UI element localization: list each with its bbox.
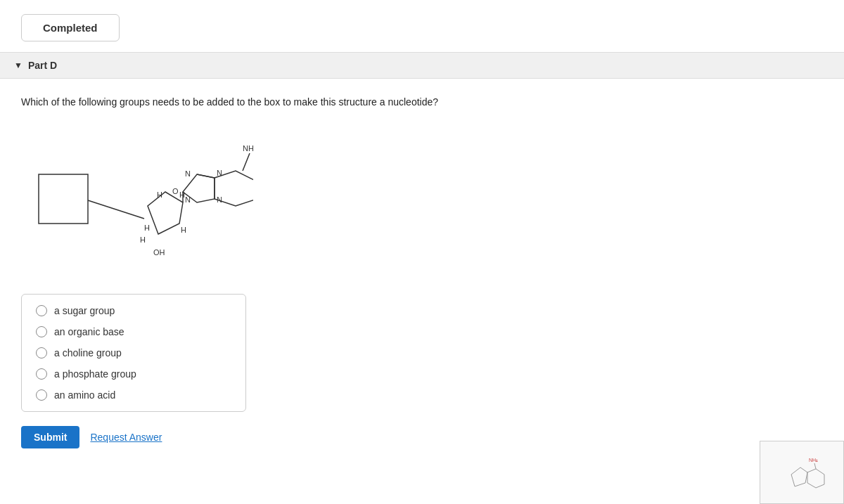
svg-text:NH₂: NH₂ [809,458,818,463]
completed-label: Completed [43,22,98,34]
choice-phosphate-group[interactable]: a phosphate group [36,368,231,380]
choice-choline-group[interactable]: a choline group [36,347,231,358]
choice-organic-base[interactable]: an organic base [36,326,231,337]
svg-line-2 [88,200,144,219]
thumbnail-inner: NH₂ [760,441,843,503]
question-text: Which of the following groups needs to b… [21,96,823,108]
svg-line-17 [243,153,250,171]
answer-choices-box: a sugar group an organic base a choline … [21,294,246,412]
svg-rect-0 [39,174,88,224]
radio-sugar-group[interactable] [36,305,47,316]
svg-text:NH: NH [243,144,253,153]
molecule-diagram: H H H H H OH O N N N [35,122,253,276]
svg-text:OH: OH [153,248,165,257]
svg-text:H: H [140,235,146,244]
radio-phosphate-group[interactable] [36,368,47,380]
submit-button[interactable]: Submit [21,426,79,448]
part-label: Part D [28,60,57,71]
choice-label-choline: a choline group [54,347,122,358]
choice-label-organic-base: an organic base [54,326,124,337]
button-row: Submit Request Answer [21,426,823,463]
svg-text:N: N [185,195,191,204]
choice-label-phosphate: a phosphate group [54,368,136,380]
svg-marker-22 [807,469,824,488]
svg-line-24 [814,463,816,469]
choice-sugar-group[interactable]: a sugar group [36,305,231,316]
svg-text:H: H [181,226,186,234]
svg-text:H: H [179,190,185,199]
thumbnail-panel: NH₂ [760,441,844,504]
choice-amino-acid[interactable]: an amino acid [36,389,231,401]
thumbnail-molecule-icon: NH₂ [774,448,830,497]
content-area: Which of the following groups needs to b… [0,79,844,480]
page-wrapper: Completed ▼ Part D Which of the followin… [0,0,844,504]
choice-label-sugar: a sugar group [54,305,115,316]
radio-choline-group[interactable] [36,347,47,358]
part-header[interactable]: ▼ Part D [0,52,844,79]
svg-text:H: H [144,224,150,232]
svg-marker-1 [148,192,183,234]
svg-line-12 [197,174,215,178]
request-answer-button[interactable]: Request Answer [90,432,162,443]
choice-label-amino-acid: an amino acid [54,389,115,401]
collapse-arrow-icon[interactable]: ▼ [14,60,23,70]
svg-text:O: O [172,187,179,195]
completed-box: Completed [21,14,120,41]
svg-text:N: N [217,195,222,204]
completed-banner: Completed [0,0,844,52]
diagram-area: H H H H H OH O N N N [35,122,823,276]
svg-text:N: N [217,169,222,177]
radio-amino-acid[interactable] [36,389,47,401]
svg-text:N: N [185,169,191,178]
svg-marker-21 [791,467,807,486]
svg-text:H: H [157,190,162,199]
radio-organic-base[interactable] [36,326,47,337]
